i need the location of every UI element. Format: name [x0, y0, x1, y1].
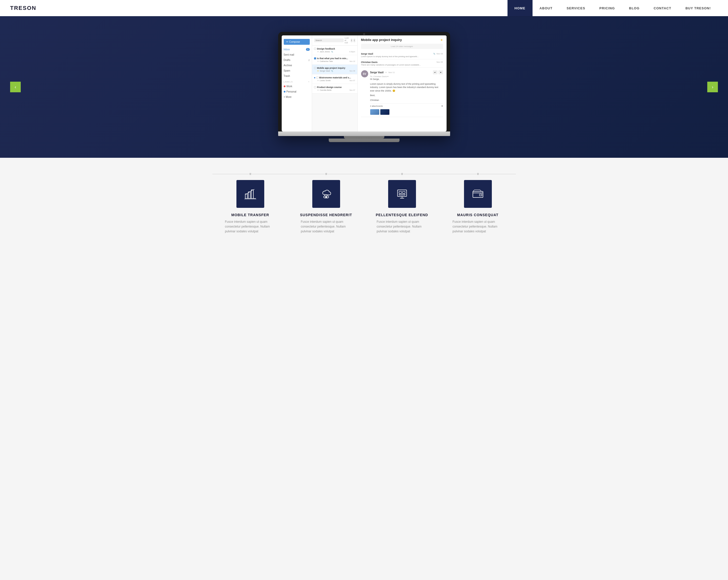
mail-checkbox-0[interactable] — [314, 48, 316, 50]
sidebar-item-drafts[interactable]: Drafts 2 — [282, 57, 312, 63]
feature-icon-box-4 — [464, 180, 492, 208]
star-icon-4[interactable]: ★ — [317, 89, 319, 91]
mail-sidebar: ✏ Compose Inbox 3 Sent mail Drafts 2 — [282, 35, 312, 131]
msg-detail-star[interactable]: ★ — [385, 71, 387, 74]
labels-title: LABELS — [284, 81, 293, 83]
labels-plus-icon[interactable]: + — [308, 81, 310, 83]
detail-older-msg[interactable]: Load 24 older messages — [361, 44, 443, 49]
sidebar-item-inbox[interactable]: Inbox 3 — [282, 47, 312, 52]
mail-item-2[interactable]: Mobile app project inquiry ★ Serge Vasil… — [312, 65, 357, 74]
sidebar-item-archive[interactable]: Archive — [282, 63, 312, 68]
search-input[interactable] — [314, 38, 344, 42]
nav-link-home[interactable]: HOME — [508, 0, 532, 16]
laptop-mockup: ✏ Compose Inbox 3 Sent mail Drafts 2 — [278, 32, 450, 142]
mail-checkbox-4[interactable] — [314, 86, 316, 88]
svg-rect-16 — [399, 194, 405, 195]
mail-item-3[interactable]: Bistronome materials and s... ★ Lewis Sm… — [312, 74, 357, 84]
sidebar-item-trash[interactable]: Trash — [282, 73, 312, 79]
mail-prev-btn[interactable]: ‹ — [351, 39, 353, 42]
trash-label: Trash — [284, 75, 290, 77]
feature-icon-box-3 — [388, 180, 416, 208]
feature-title-1: MOBILE TRANSFER — [231, 213, 269, 217]
chart-icon — [244, 187, 257, 201]
personal-dot: Personal — [284, 90, 296, 93]
svg-rect-2 — [251, 190, 253, 199]
mail-checkbox-2[interactable] — [314, 67, 316, 69]
svg-rect-15 — [402, 191, 405, 193]
nav-link-pricing[interactable]: PRICING — [592, 0, 622, 16]
next-arrow-button[interactable]: › — [707, 82, 718, 92]
feature-title-3: PELLENTESQUE ELEIFEND — [376, 213, 428, 217]
nav-link-buy[interactable]: BUY TRESON! — [678, 0, 718, 16]
line-seg — [364, 174, 400, 174]
feature-4: MAURIS CONSEQUAT Fusce interdum sapien u… — [440, 173, 516, 234]
line-dot — [477, 173, 479, 175]
feature-desc-1: Fusce interdum sapien ut quam consectetu… — [225, 219, 276, 234]
feature-desc-4: Fusce interdum sapien ut quam consectetu… — [452, 219, 503, 234]
star-icon-3[interactable]: ★ — [317, 79, 319, 82]
label-personal[interactable]: Personal — [282, 89, 312, 94]
thread-time-1: Nov 05 — [437, 61, 443, 63]
mail-sender-name-2: Serge Vasil — [320, 70, 330, 72]
line-seg — [404, 174, 440, 174]
sidebar-item-spam[interactable]: Spam — [282, 68, 312, 73]
mail-sender-row-0: ★ Jack Jones 📎 4:30pm — [314, 51, 355, 53]
detail-star[interactable]: ★ — [440, 38, 443, 42]
nav-link-about[interactable]: ABOUT — [532, 0, 560, 16]
laptop-foot — [329, 138, 399, 142]
nav-link-blog[interactable]: BLOG — [622, 0, 647, 16]
mail-sender-row-3: ★ Lewis Smith Nov 07 — [314, 79, 355, 82]
mail-item-4[interactable]: Product design course ★ Camilla Belle No… — [312, 84, 357, 94]
mail-detail: Mobile app project inquiry ★ Load 24 old… — [358, 35, 447, 131]
msg-detail-name: Serge Vasil — [370, 71, 384, 74]
mail-subject-3: Bistronome materials and s... — [319, 76, 355, 79]
feature-icon-box-2 — [312, 180, 340, 208]
star-icon-1[interactable]: ★ — [317, 60, 319, 62]
mail-time-4: Nov 07 — [349, 89, 355, 91]
mail-item-0[interactable]: Design feedback ★ Jack Jones 📎 4:30pm — [312, 46, 357, 55]
msg-body: Hi Serge, Lorem Ipsum is simply dummy te… — [370, 78, 443, 102]
mail-time-3: Nov 07 — [349, 80, 355, 81]
svg-rect-14 — [399, 191, 401, 193]
feature-1: MOBILE TRANSFER Fusce interdum sapien ut… — [212, 173, 288, 234]
label-work[interactable]: Work — [282, 84, 312, 89]
feature-4-line — [440, 173, 516, 175]
mail-sender-name-0: Jack Jones — [320, 51, 330, 53]
line-seg — [328, 174, 364, 174]
feature-3: PELLENTESQUE ELEIFEND Fusce interdum sap… — [364, 173, 440, 234]
star-icon-2[interactable]: ★ — [317, 70, 319, 72]
msg-to: To: Christian Davis ▾ — [370, 75, 443, 78]
svg-point-5 — [324, 196, 326, 198]
inbox-label: Inbox — [284, 48, 290, 51]
line-dot — [401, 173, 403, 175]
star-icon-0[interactable]: ★ — [317, 51, 319, 53]
line-seg — [440, 174, 476, 174]
download-icon[interactable]: ⬇ — [441, 105, 443, 107]
sender-avatar: SV — [361, 70, 368, 77]
more-labels[interactable]: + More — [282, 94, 312, 100]
feature-2-line — [288, 173, 364, 175]
nav-link-contact[interactable]: CONTACT — [647, 0, 678, 16]
laptop-screen: ✏ Compose Inbox 3 Sent mail Drafts 2 — [282, 35, 447, 131]
reply-button[interactable]: ↩ — [433, 70, 438, 74]
svg-rect-17 — [473, 191, 483, 197]
msg-actions: ↩ ▾ — [433, 70, 443, 74]
msg-detail-header: Serge Vasil ★ Nov 11 ↩ ▾ — [370, 70, 443, 74]
prev-arrow-button[interactable]: ‹ — [10, 82, 21, 92]
line-dot — [325, 173, 327, 175]
mail-count: 1-24 of 112 — [345, 37, 350, 44]
mail-item-1[interactable]: Is that what you had in min... ★ Catheri… — [312, 55, 357, 65]
nav-link-services[interactable]: SERVICES — [560, 0, 593, 16]
more-actions-button[interactable]: ▾ — [439, 70, 443, 74]
thread-clip-0: 📎 — [433, 53, 436, 55]
nav-logo: TRESON — [10, 5, 36, 11]
unread-dot-3 — [314, 77, 315, 78]
sidebar-item-sent[interactable]: Sent mail — [282, 52, 312, 57]
mail-checkbox-1[interactable] — [314, 57, 316, 59]
laptop-body: ✏ Compose Inbox 3 Sent mail Drafts 2 — [278, 32, 450, 136]
mail-next-btn[interactable]: › — [354, 39, 355, 42]
laptop-base — [278, 131, 450, 136]
compose-button[interactable]: ✏ Compose — [284, 39, 310, 45]
mail-checkbox-3[interactable] — [316, 77, 318, 79]
mail-app: ✏ Compose Inbox 3 Sent mail Drafts 2 — [282, 35, 447, 131]
